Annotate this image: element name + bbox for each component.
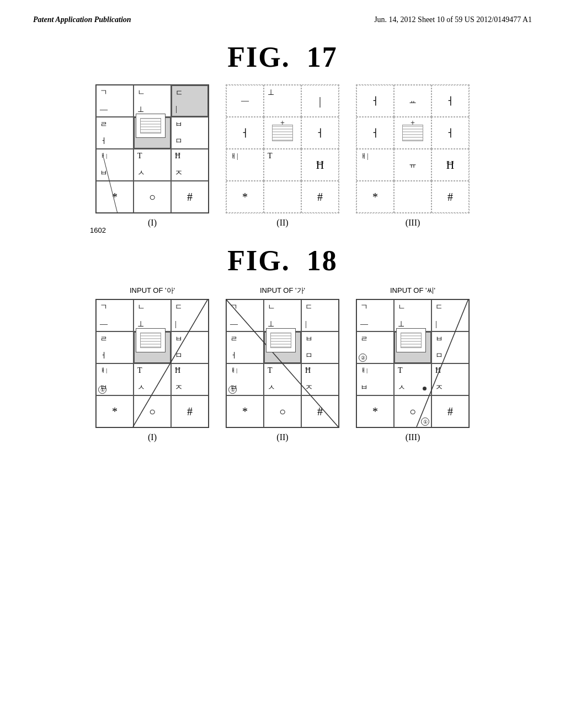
kbd-cell[interactable]: ㅐ| ㅂ [96,149,134,181]
kbd-cell[interactable]: ㅂ ㅁ [431,331,469,363]
kbd-cell[interactable]: * [356,395,394,427]
kbd-cell: | [301,85,339,117]
kbd-cell: ⊥ [264,85,301,117]
kbd-cell: T [264,149,301,181]
kbd-cell[interactable]: # [301,395,339,427]
kbd-cell: ㅓ [356,117,394,149]
fig17-section: FIG. 17 1601 ㄱ — ㄴ [0,41,565,228]
kbd-cell[interactable]: # [171,395,209,427]
kbd-cell-popup[interactable] [134,117,171,149]
kbd-cell: ㅐ| [356,149,394,181]
kbd-cell[interactable]: ㄹ ㅓ [96,331,134,363]
fig18-label-III: (III) [406,432,420,442]
kbd-cell: — [226,85,264,117]
fig18-grid-II: ㄱ — ㄴ ⊥ ㄷ | ㄹ ㅓ [226,299,339,428]
kbd-cell[interactable]: ○ [134,395,171,427]
kbd-cell-popup[interactable]: → [134,331,171,363]
fig17-title: FIG. 17 [33,41,532,73]
kbd-cell[interactable]: ○ [264,395,301,427]
fig18-keyboards: INPUT OF '아' ㄱ — ㄴ ⊥ ㄷ | [33,286,532,442]
fig18-title: FIG. 18 [33,244,532,277]
publication-label: Patent Application Publication [33,15,131,24]
kbd-cell[interactable]: ㄹ ② [356,331,394,363]
kbd-cell: ㅓ [431,85,469,117]
kbd-cell[interactable]: ㅐ| ㅂ ① [226,363,264,395]
kbd-cell[interactable]: ㄴ ⊥ [264,299,301,331]
kbd-cell: Ħ [431,149,469,181]
fig17-keyboards: ㄱ — ㄴ ⊥ ㄷ | ㄹ [33,84,532,228]
kbd-cell[interactable]: ㄹ ㅓ [96,117,134,149]
kbd-cell-popup[interactable]: → [264,331,301,363]
fig18-label-II: (II) [276,432,288,442]
fig18-label-I: (I) [148,432,157,442]
kbd-cell: ㅓ [356,85,394,117]
kbd-cell[interactable]: Ħ ㅈ [301,363,339,395]
kbd-cell[interactable]: ㄱ — [96,299,134,331]
kbd-cell[interactable]: ㅂ ㅁ [171,117,209,149]
kbd-cell: Ħ [301,149,339,181]
kbd-cell[interactable]: ㄴ ⊥ [134,299,171,331]
kbd-cell: + [394,117,431,149]
fig17-keyboard-III: ㅓ ㅛ ㅓ ㅓ + [356,84,470,228]
kbd-cell[interactable]: * [226,395,264,427]
kbd-cell[interactable]: * [96,395,134,427]
kbd-cell-popup[interactable] [394,331,431,363]
fig17-label-I: (I) [148,218,157,228]
kbd-cell[interactable]: T ㅅ [264,363,301,395]
kbd-cell [394,181,431,213]
kbd-cell[interactable]: ㄷ | [171,299,209,331]
kbd-cell [264,181,301,213]
page-header: Patent Application Publication Jun. 14, … [0,0,565,24]
fig18-section: FIG. 18 INPUT OF '아' ㄱ — ㄴ ⊥ ㄷ [0,244,565,442]
kbd-cell: + [264,117,301,149]
fig18-input-label-III: INPUT OF '씨' [390,286,435,296]
kbd-cell: * [356,181,394,213]
kbd-cell[interactable]: Ħ ㅈ [171,149,209,181]
kbd-cell[interactable]: ㄹ ㅓ [226,331,264,363]
kbd-cell: * [226,181,264,213]
kbd-cell[interactable]: ㅂ ㅁ [171,331,209,363]
kbd-cell[interactable]: # [431,395,469,427]
fig17-keyboard-I: ㄱ — ㄴ ⊥ ㄷ | ㄹ [95,84,209,228]
kbd-cell[interactable]: ○ [134,181,171,213]
kbd-cell: # [431,181,469,213]
fig18-keyboard-III: INPUT OF '씨' ㄱ — ㄴ ⊥ ㄷ | [356,286,470,442]
fig18-keyboard-I: INPUT OF '아' ㄱ — ㄴ ⊥ ㄷ | [95,286,209,442]
kbd-cell[interactable]: ㄱ — [356,299,394,331]
kbd-cell[interactable]: ㄷ | [301,299,339,331]
kbd-cell[interactable]: ㄴ ⊥ [394,299,431,331]
kbd-cell[interactable]: T ㅅ [394,363,431,395]
kbd-cell: ㅐ| [226,149,264,181]
kbd-cell[interactable]: ㅐ| ㅂ ① [96,363,134,395]
kbd-cell: ㅓ [431,117,469,149]
fig18-grid-I: ㄱ — ㄴ ⊥ ㄷ | ㄹ ㅓ [95,299,209,428]
kbd-cell[interactable]: Ħ ㅈ [431,363,469,395]
fig17-grid-II: — ⊥ | ㅓ + [226,84,339,213]
kbd-cell[interactable]: ㄴ ⊥ [134,85,171,117]
kbd-cell[interactable]: * [96,181,134,213]
kbd-cell: ㅓ [301,117,339,149]
fig18-input-label-I: INPUT OF '아' [130,286,175,296]
kbd-cell[interactable]: ○ ① [394,395,431,427]
kbd-cell[interactable]: Ħ ㅈ [171,363,209,395]
kbd-cell[interactable]: ㅐ| ㅂ [356,363,394,395]
kbd-cell[interactable]: ㅂ ㅁ [301,331,339,363]
kbd-cell[interactable]: T ㅅ [134,149,171,181]
kbd-cell: ㅠ [394,149,431,181]
kbd-cell[interactable]: T ㅅ [134,363,171,395]
kbd-cell-highlighted[interactable]: ㄷ | [171,85,209,117]
fig17-label-II: (II) [276,218,288,228]
kbd-cell[interactable]: ㄱ — [226,299,264,331]
kbd-cell: ㅓ [226,117,264,149]
kbd-cell[interactable]: ㄷ | [431,299,469,331]
fig17-label-III: (III) [406,218,420,228]
fig17-keyboard-II: — ⊥ | ㅓ + [226,84,339,228]
fig18-grid-III: ㄱ — ㄴ ⊥ ㄷ | ㄹ ② [356,299,470,428]
kbd-cell[interactable]: # [171,181,209,213]
kbd-cell: # [301,181,339,213]
kbd-cell[interactable]: ㄱ — [96,85,134,117]
kbd-cell: ㅛ [394,85,431,117]
fig18-keyboard-II: INPUT OF '가' ㄱ — ㄴ ⊥ ㄷ | [226,286,339,442]
fig18-input-label-II: INPUT OF '가' [260,286,305,296]
publication-info: Jun. 14, 2012 Sheet 10 of 59 US 2012/014… [374,15,532,24]
